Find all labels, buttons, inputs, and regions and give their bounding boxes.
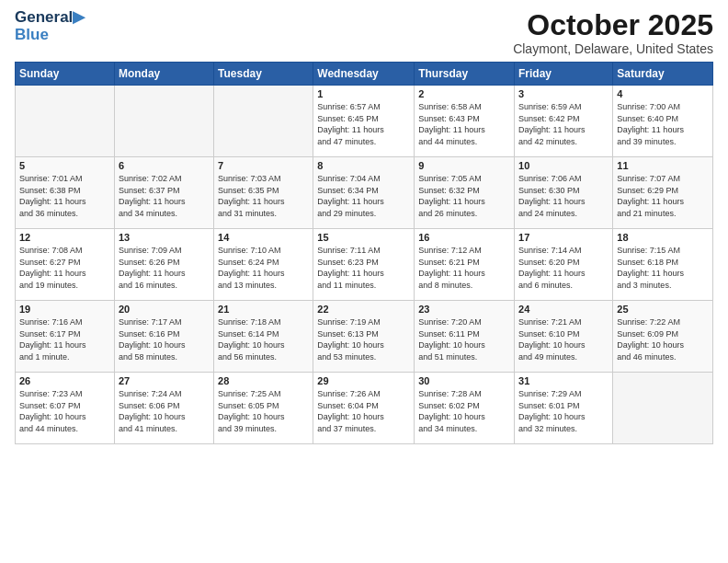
calendar-cell	[16, 86, 115, 157]
day-number: 27	[119, 375, 210, 386]
day-number: 26	[19, 375, 110, 386]
day-number: 24	[518, 304, 609, 315]
day-number: 20	[119, 304, 210, 315]
location: Claymont, Delaware, United States	[513, 41, 713, 56]
calendar-cell: 1Sunrise: 6:57 AM Sunset: 6:45 PM Daylig…	[313, 86, 415, 157]
header: General▶ Blue October 2025 Claymont, Del…	[15, 9, 713, 56]
day-number: 4	[617, 88, 709, 99]
calendar-cell	[613, 373, 713, 444]
day-info: Sunrise: 7:03 AM Sunset: 6:35 PM Dayligh…	[218, 173, 309, 219]
logo: General▶ Blue	[15, 9, 85, 43]
day-number: 1	[317, 88, 410, 99]
calendar-week-0: 1Sunrise: 6:57 AM Sunset: 6:45 PM Daylig…	[16, 86, 713, 157]
day-number: 31	[518, 375, 609, 386]
calendar-cell: 14Sunrise: 7:10 AM Sunset: 6:24 PM Dayli…	[214, 229, 313, 301]
col-friday: Friday	[515, 63, 613, 86]
day-info: Sunrise: 7:29 AM Sunset: 6:01 PM Dayligh…	[518, 388, 609, 434]
day-number: 23	[418, 304, 510, 315]
day-info: Sunrise: 7:14 AM Sunset: 6:20 PM Dayligh…	[518, 245, 609, 291]
calendar-cell: 21Sunrise: 7:18 AM Sunset: 6:14 PM Dayli…	[214, 301, 313, 373]
calendar-cell: 31Sunrise: 7:29 AM Sunset: 6:01 PM Dayli…	[515, 373, 613, 444]
day-number: 18	[617, 232, 709, 243]
calendar-cell: 20Sunrise: 7:17 AM Sunset: 6:16 PM Dayli…	[114, 301, 213, 373]
logo-blue: Blue	[15, 27, 85, 44]
col-tuesday: Tuesday	[214, 63, 313, 86]
calendar-cell: 19Sunrise: 7:16 AM Sunset: 6:17 PM Dayli…	[16, 301, 115, 373]
calendar-cell: 8Sunrise: 7:04 AM Sunset: 6:34 PM Daylig…	[313, 157, 415, 229]
day-info: Sunrise: 7:09 AM Sunset: 6:26 PM Dayligh…	[119, 245, 210, 291]
day-number: 3	[518, 88, 609, 99]
day-info: Sunrise: 7:20 AM Sunset: 6:11 PM Dayligh…	[418, 316, 510, 362]
day-info: Sunrise: 7:04 AM Sunset: 6:34 PM Dayligh…	[317, 173, 410, 219]
day-number: 21	[218, 304, 309, 315]
calendar-week-4: 26Sunrise: 7:23 AM Sunset: 6:07 PM Dayli…	[16, 373, 713, 444]
day-info: Sunrise: 7:01 AM Sunset: 6:38 PM Dayligh…	[19, 173, 110, 219]
day-number: 22	[317, 304, 410, 315]
day-number: 13	[119, 232, 210, 243]
day-number: 10	[518, 160, 609, 171]
logo-text: General▶	[15, 9, 85, 27]
day-number: 16	[418, 232, 510, 243]
calendar-cell: 22Sunrise: 7:19 AM Sunset: 6:13 PM Dayli…	[313, 301, 415, 373]
day-number: 5	[19, 160, 110, 171]
calendar: Sunday Monday Tuesday Wednesday Thursday…	[15, 62, 713, 444]
col-thursday: Thursday	[415, 63, 515, 86]
calendar-cell: 5Sunrise: 7:01 AM Sunset: 6:38 PM Daylig…	[16, 157, 115, 229]
day-info: Sunrise: 7:00 AM Sunset: 6:40 PM Dayligh…	[617, 101, 709, 147]
day-number: 2	[418, 88, 510, 99]
calendar-week-1: 5Sunrise: 7:01 AM Sunset: 6:38 PM Daylig…	[16, 157, 713, 229]
calendar-week-2: 12Sunrise: 7:08 AM Sunset: 6:27 PM Dayli…	[16, 229, 713, 301]
day-info: Sunrise: 7:26 AM Sunset: 6:04 PM Dayligh…	[317, 388, 410, 434]
day-info: Sunrise: 7:05 AM Sunset: 6:32 PM Dayligh…	[418, 173, 510, 219]
calendar-week-3: 19Sunrise: 7:16 AM Sunset: 6:17 PM Dayli…	[16, 301, 713, 373]
calendar-cell: 23Sunrise: 7:20 AM Sunset: 6:11 PM Dayli…	[415, 301, 515, 373]
day-info: Sunrise: 7:17 AM Sunset: 6:16 PM Dayligh…	[119, 316, 210, 362]
day-number: 12	[19, 232, 110, 243]
day-info: Sunrise: 7:08 AM Sunset: 6:27 PM Dayligh…	[19, 245, 110, 291]
page-container: General▶ Blue October 2025 Claymont, Del…	[0, 0, 728, 452]
calendar-cell: 27Sunrise: 7:24 AM Sunset: 6:06 PM Dayli…	[114, 373, 213, 444]
day-info: Sunrise: 7:21 AM Sunset: 6:10 PM Dayligh…	[518, 316, 609, 362]
day-info: Sunrise: 7:24 AM Sunset: 6:06 PM Dayligh…	[119, 388, 210, 434]
calendar-cell: 24Sunrise: 7:21 AM Sunset: 6:10 PM Dayli…	[515, 301, 613, 373]
day-info: Sunrise: 7:23 AM Sunset: 6:07 PM Dayligh…	[19, 388, 110, 434]
day-number: 9	[418, 160, 510, 171]
calendar-cell: 4Sunrise: 7:00 AM Sunset: 6:40 PM Daylig…	[613, 86, 713, 157]
day-info: Sunrise: 7:11 AM Sunset: 6:23 PM Dayligh…	[317, 245, 410, 291]
calendar-cell: 17Sunrise: 7:14 AM Sunset: 6:20 PM Dayli…	[515, 229, 613, 301]
day-number: 6	[119, 160, 210, 171]
day-number: 28	[218, 375, 309, 386]
day-info: Sunrise: 7:07 AM Sunset: 6:29 PM Dayligh…	[617, 173, 709, 219]
calendar-cell	[114, 86, 213, 157]
day-number: 29	[317, 375, 410, 386]
calendar-cell: 18Sunrise: 7:15 AM Sunset: 6:18 PM Dayli…	[613, 229, 713, 301]
day-info: Sunrise: 6:59 AM Sunset: 6:42 PM Dayligh…	[518, 101, 609, 147]
calendar-cell: 13Sunrise: 7:09 AM Sunset: 6:26 PM Dayli…	[114, 229, 213, 301]
calendar-cell: 3Sunrise: 6:59 AM Sunset: 6:42 PM Daylig…	[515, 86, 613, 157]
day-info: Sunrise: 6:58 AM Sunset: 6:43 PM Dayligh…	[418, 101, 510, 147]
calendar-cell: 2Sunrise: 6:58 AM Sunset: 6:43 PM Daylig…	[415, 86, 515, 157]
calendar-cell: 30Sunrise: 7:28 AM Sunset: 6:02 PM Dayli…	[415, 373, 515, 444]
day-number: 17	[518, 232, 609, 243]
day-number: 19	[19, 304, 110, 315]
calendar-cell: 9Sunrise: 7:05 AM Sunset: 6:32 PM Daylig…	[415, 157, 515, 229]
calendar-cell: 25Sunrise: 7:22 AM Sunset: 6:09 PM Dayli…	[613, 301, 713, 373]
day-info: Sunrise: 7:06 AM Sunset: 6:30 PM Dayligh…	[518, 173, 609, 219]
day-info: Sunrise: 7:28 AM Sunset: 6:02 PM Dayligh…	[418, 388, 510, 434]
day-info: Sunrise: 7:15 AM Sunset: 6:18 PM Dayligh…	[617, 245, 709, 291]
day-info: Sunrise: 7:02 AM Sunset: 6:37 PM Dayligh…	[119, 173, 210, 219]
day-info: Sunrise: 7:10 AM Sunset: 6:24 PM Dayligh…	[218, 245, 309, 291]
day-info: Sunrise: 7:18 AM Sunset: 6:14 PM Dayligh…	[218, 316, 309, 362]
day-info: Sunrise: 7:12 AM Sunset: 6:21 PM Dayligh…	[418, 245, 510, 291]
title-area: October 2025 Claymont, Delaware, United …	[513, 9, 713, 56]
col-saturday: Saturday	[613, 63, 713, 86]
day-number: 30	[418, 375, 510, 386]
day-info: Sunrise: 7:16 AM Sunset: 6:17 PM Dayligh…	[19, 316, 110, 362]
day-number: 7	[218, 160, 309, 171]
day-number: 15	[317, 232, 410, 243]
day-info: Sunrise: 7:25 AM Sunset: 6:05 PM Dayligh…	[218, 388, 309, 434]
calendar-cell: 12Sunrise: 7:08 AM Sunset: 6:27 PM Dayli…	[16, 229, 115, 301]
calendar-cell: 16Sunrise: 7:12 AM Sunset: 6:21 PM Dayli…	[415, 229, 515, 301]
calendar-cell: 26Sunrise: 7:23 AM Sunset: 6:07 PM Dayli…	[16, 373, 115, 444]
day-number: 25	[617, 304, 709, 315]
